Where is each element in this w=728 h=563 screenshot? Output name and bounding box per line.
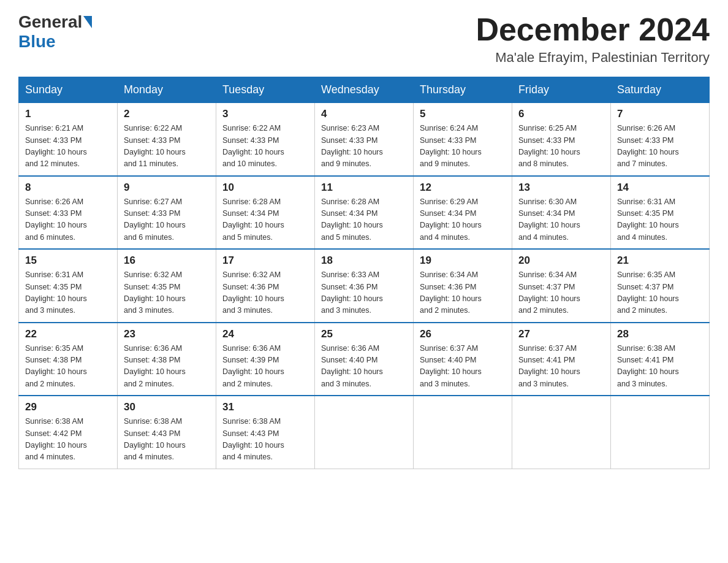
day-number: 9 xyxy=(124,182,210,194)
table-row: 5Sunrise: 6:24 AMSunset: 4:33 PMDaylight… xyxy=(414,103,512,176)
day-info: Sunrise: 6:24 AMSunset: 4:33 PMDaylight:… xyxy=(420,123,506,170)
table-row: 31Sunrise: 6:38 AMSunset: 4:43 PMDayligh… xyxy=(216,396,315,469)
table-row: 10Sunrise: 6:28 AMSunset: 4:34 PMDayligh… xyxy=(216,176,315,250)
day-number: 28 xyxy=(617,328,703,340)
day-info: Sunrise: 6:36 AMSunset: 4:39 PMDaylight:… xyxy=(222,343,308,391)
day-number: 11 xyxy=(321,182,407,194)
day-info: Sunrise: 6:36 AMSunset: 4:38 PMDaylight:… xyxy=(124,343,210,391)
day-number: 5 xyxy=(420,108,506,120)
col-sunday: Sunday xyxy=(19,77,118,103)
day-info: Sunrise: 6:31 AMSunset: 4:35 PMDaylight:… xyxy=(617,196,703,244)
day-info: Sunrise: 6:22 AMSunset: 4:33 PMDaylight:… xyxy=(222,123,308,170)
table-row: 3Sunrise: 6:22 AMSunset: 4:33 PMDaylight… xyxy=(216,103,315,176)
day-number: 22 xyxy=(25,328,111,340)
day-number: 21 xyxy=(617,255,703,267)
day-number: 30 xyxy=(124,401,210,413)
table-row: 8Sunrise: 6:26 AMSunset: 4:33 PMDaylight… xyxy=(19,176,118,250)
day-number: 12 xyxy=(420,182,506,194)
day-info: Sunrise: 6:38 AMSunset: 4:43 PMDaylight:… xyxy=(124,416,210,464)
day-info: Sunrise: 6:28 AMSunset: 4:34 PMDaylight:… xyxy=(321,196,407,244)
table-row: 19Sunrise: 6:34 AMSunset: 4:36 PMDayligh… xyxy=(414,249,512,323)
table-row: 24Sunrise: 6:36 AMSunset: 4:39 PMDayligh… xyxy=(216,323,315,396)
day-number: 17 xyxy=(222,255,308,267)
day-info: Sunrise: 6:22 AMSunset: 4:33 PMDaylight:… xyxy=(124,123,210,170)
table-row: 12Sunrise: 6:29 AMSunset: 4:34 PMDayligh… xyxy=(414,176,512,250)
page-header: General Blue December 2024 Ma'ale Efrayi… xyxy=(18,12,710,66)
day-info: Sunrise: 6:35 AMSunset: 4:38 PMDaylight:… xyxy=(25,343,111,391)
day-number: 26 xyxy=(420,328,506,340)
month-title: December 2024 xyxy=(476,12,710,47)
day-number: 7 xyxy=(617,108,703,120)
table-row: 9Sunrise: 6:27 AMSunset: 4:33 PMDaylight… xyxy=(118,176,216,250)
table-row: 7Sunrise: 6:26 AMSunset: 4:33 PMDaylight… xyxy=(611,103,710,176)
day-number: 25 xyxy=(321,328,407,340)
table-row: 15Sunrise: 6:31 AMSunset: 4:35 PMDayligh… xyxy=(19,249,118,323)
day-number: 14 xyxy=(617,182,703,194)
calendar-week-row: 8Sunrise: 6:26 AMSunset: 4:33 PMDaylight… xyxy=(19,176,710,250)
table-row: 30Sunrise: 6:38 AMSunset: 4:43 PMDayligh… xyxy=(118,396,216,469)
col-thursday: Thursday xyxy=(414,77,512,103)
calendar-header-row: Sunday Monday Tuesday Wednesday Thursday… xyxy=(19,77,710,103)
day-number: 2 xyxy=(124,108,210,120)
table-row: 11Sunrise: 6:28 AMSunset: 4:34 PMDayligh… xyxy=(315,176,414,250)
table-row: 23Sunrise: 6:36 AMSunset: 4:38 PMDayligh… xyxy=(118,323,216,396)
table-row xyxy=(414,396,512,469)
day-number: 4 xyxy=(321,108,407,120)
logo-triangle-icon xyxy=(83,16,92,28)
table-row: 22Sunrise: 6:35 AMSunset: 4:38 PMDayligh… xyxy=(19,323,118,396)
day-number: 23 xyxy=(124,328,210,340)
day-info: Sunrise: 6:36 AMSunset: 4:40 PMDaylight:… xyxy=(321,343,407,391)
day-number: 10 xyxy=(222,182,308,194)
day-number: 27 xyxy=(518,328,604,340)
table-row: 28Sunrise: 6:38 AMSunset: 4:41 PMDayligh… xyxy=(611,323,710,396)
calendar-week-row: 1Sunrise: 6:21 AMSunset: 4:33 PMDaylight… xyxy=(19,103,710,176)
day-number: 16 xyxy=(124,255,210,267)
day-info: Sunrise: 6:33 AMSunset: 4:36 PMDaylight:… xyxy=(321,269,407,317)
col-wednesday: Wednesday xyxy=(315,77,414,103)
day-info: Sunrise: 6:37 AMSunset: 4:40 PMDaylight:… xyxy=(420,343,506,391)
table-row: 4Sunrise: 6:23 AMSunset: 4:33 PMDaylight… xyxy=(315,103,414,176)
day-number: 20 xyxy=(518,255,604,267)
day-number: 31 xyxy=(222,401,308,413)
day-number: 19 xyxy=(420,255,506,267)
day-number: 15 xyxy=(25,255,111,267)
logo-blue-text: Blue xyxy=(18,32,56,52)
table-row: 14Sunrise: 6:31 AMSunset: 4:35 PMDayligh… xyxy=(611,176,710,250)
day-info: Sunrise: 6:38 AMSunset: 4:43 PMDaylight:… xyxy=(222,416,308,464)
day-number: 8 xyxy=(25,182,111,194)
day-info: Sunrise: 6:21 AMSunset: 4:33 PMDaylight:… xyxy=(25,123,111,170)
table-row: 21Sunrise: 6:35 AMSunset: 4:37 PMDayligh… xyxy=(611,249,710,323)
day-number: 6 xyxy=(518,108,604,120)
table-row: 13Sunrise: 6:30 AMSunset: 4:34 PMDayligh… xyxy=(512,176,611,250)
day-info: Sunrise: 6:34 AMSunset: 4:37 PMDaylight:… xyxy=(518,269,604,317)
calendar-week-row: 22Sunrise: 6:35 AMSunset: 4:38 PMDayligh… xyxy=(19,323,710,396)
table-row: 29Sunrise: 6:38 AMSunset: 4:42 PMDayligh… xyxy=(19,396,118,469)
title-section: December 2024 Ma'ale Efrayim, Palestinia… xyxy=(476,12,710,66)
logo-general-text: General xyxy=(18,12,82,32)
calendar-table: Sunday Monday Tuesday Wednesday Thursday… xyxy=(18,77,710,469)
col-monday: Monday xyxy=(118,77,216,103)
logo: General Blue xyxy=(18,12,93,52)
day-info: Sunrise: 6:31 AMSunset: 4:35 PMDaylight:… xyxy=(25,269,111,317)
calendar-week-row: 29Sunrise: 6:38 AMSunset: 4:42 PMDayligh… xyxy=(19,396,710,469)
col-friday: Friday xyxy=(512,77,611,103)
day-info: Sunrise: 6:28 AMSunset: 4:34 PMDaylight:… xyxy=(222,196,308,244)
day-info: Sunrise: 6:32 AMSunset: 4:35 PMDaylight:… xyxy=(124,269,210,317)
day-info: Sunrise: 6:38 AMSunset: 4:41 PMDaylight:… xyxy=(617,343,703,391)
table-row xyxy=(512,396,611,469)
day-info: Sunrise: 6:26 AMSunset: 4:33 PMDaylight:… xyxy=(617,123,703,170)
day-info: Sunrise: 6:25 AMSunset: 4:33 PMDaylight:… xyxy=(518,123,604,170)
day-number: 13 xyxy=(518,182,604,194)
day-number: 18 xyxy=(321,255,407,267)
table-row: 1Sunrise: 6:21 AMSunset: 4:33 PMDaylight… xyxy=(19,103,118,176)
table-row: 6Sunrise: 6:25 AMSunset: 4:33 PMDaylight… xyxy=(512,103,611,176)
day-number: 3 xyxy=(222,108,308,120)
day-info: Sunrise: 6:23 AMSunset: 4:33 PMDaylight:… xyxy=(321,123,407,170)
day-number: 24 xyxy=(222,328,308,340)
table-row: 2Sunrise: 6:22 AMSunset: 4:33 PMDaylight… xyxy=(118,103,216,176)
table-row: 27Sunrise: 6:37 AMSunset: 4:41 PMDayligh… xyxy=(512,323,611,396)
day-info: Sunrise: 6:30 AMSunset: 4:34 PMDaylight:… xyxy=(518,196,604,244)
table-row: 25Sunrise: 6:36 AMSunset: 4:40 PMDayligh… xyxy=(315,323,414,396)
day-info: Sunrise: 6:38 AMSunset: 4:42 PMDaylight:… xyxy=(25,416,111,464)
day-number: 29 xyxy=(25,401,111,413)
